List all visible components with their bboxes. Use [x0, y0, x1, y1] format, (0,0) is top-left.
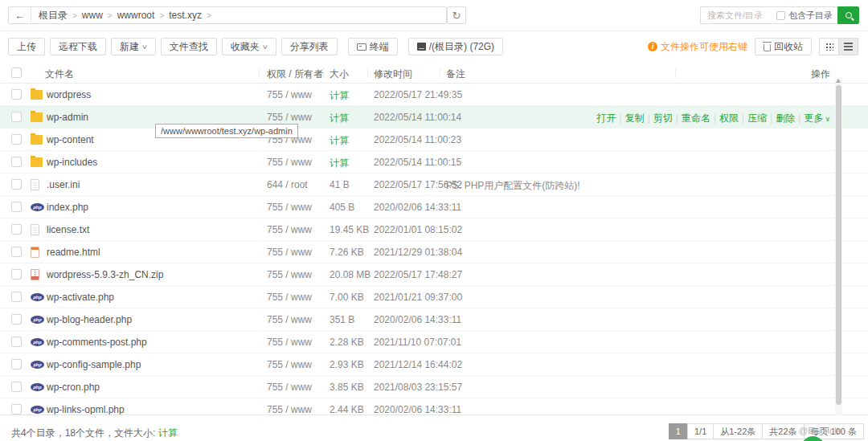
header-size[interactable]: 大小 [330, 67, 349, 81]
table-row[interactable]: wordpress755 / www计算2022/05/17 21:49:35 [0, 84, 868, 106]
file-size: 7.00 KB [330, 292, 364, 303]
row-checkbox[interactable] [11, 202, 22, 212]
list-view-button[interactable] [838, 38, 858, 55]
calc-size-link[interactable]: 计算 [158, 427, 178, 439]
row-checkbox[interactable] [11, 382, 22, 392]
action-rename[interactable]: 重命名 [682, 112, 710, 124]
page-number-active[interactable]: 1 [669, 423, 688, 439]
include-subdir-option[interactable]: 包含子目录 [776, 10, 837, 22]
pagination-item[interactable]: 从1-22条 [713, 423, 763, 439]
action-cut[interactable]: 剪切 [653, 112, 673, 124]
row-checkbox[interactable] [11, 269, 22, 280]
toolbar-button-4[interactable]: 收藏夹∨ [222, 38, 276, 55]
table-row[interactable]: phpwp-activate.php755 / www7.00 KB2021/0… [0, 286, 868, 308]
row-checkbox[interactable] [11, 314, 22, 325]
modified-time: 2021/08/03 23:15:57 [374, 382, 462, 393]
toolbar-button-0[interactable]: 上传 [8, 38, 45, 55]
row-checkbox[interactable] [11, 404, 22, 414]
scrollbar[interactable] [835, 77, 842, 415]
action-separator: | [714, 112, 716, 124]
back-button[interactable]: ← [9, 7, 31, 23]
row-checkbox[interactable] [11, 134, 22, 145]
table-row[interactable]: readme.html755 / www7.26 KB2021/12/29 01… [0, 241, 868, 263]
table-row[interactable]: wp-content755 / www计算2022/05/14 11:00:23 [0, 129, 868, 151]
table-row[interactable]: phpindex.php755 / www405 B2020/02/06 14:… [0, 196, 868, 218]
table-row[interactable]: wp-includes755 / www计算2022/05/14 11:00:1… [0, 151, 868, 174]
row-checkbox[interactable] [11, 157, 22, 167]
file-name-link[interactable]: wp-admin [47, 112, 88, 123]
toolbar-button-1[interactable]: 远程下载 [50, 38, 106, 55]
toolbar-button-5[interactable]: 分享列表 [281, 38, 338, 55]
row-checkbox[interactable] [11, 359, 22, 370]
table-row[interactable]: wordpress-5.9.3-zh_CN.zip755 / www20.08 … [0, 263, 868, 286]
recycle-bin-button[interactable]: 回收站 [755, 38, 812, 55]
refresh-button[interactable]: ↻ [447, 6, 466, 24]
file-size: 3.85 KB [330, 382, 364, 393]
row-checkbox[interactable] [11, 292, 22, 302]
include-subdir-checkbox[interactable] [776, 11, 785, 20]
row-checkbox[interactable] [11, 337, 22, 347]
table-row[interactable]: phpwp-links-opml.php755 / www2.44 KB2020… [0, 398, 868, 415]
header-permission[interactable]: 权限 / 所有者 [267, 67, 323, 81]
search-input[interactable] [701, 8, 776, 22]
file-name-link[interactable]: .user.ini [47, 179, 80, 190]
calc-size-link[interactable]: 计算 [330, 112, 349, 125]
modified-time: 2020/02/06 14:33:11 [374, 314, 461, 325]
table-row[interactable]: license.txt755 / www19.45 KB2022/01/01 0… [0, 218, 868, 241]
row-actions: 打开|复制|剪切|重命名|权限|压缩|删除|更多∨ [597, 112, 830, 125]
breadcrumb-item[interactable]: 根目录 [39, 9, 68, 22]
breadcrumb-item[interactable]: www [82, 10, 103, 21]
action-compress[interactable]: 压缩 [747, 112, 767, 124]
file-name-link[interactable]: wp-comments-post.php [47, 337, 147, 348]
row-checkbox[interactable] [11, 179, 22, 190]
table-row[interactable]: wp-admin755 / www计算2022/05/14 11:00:14打开… [0, 106, 868, 129]
toolbar-button-3[interactable]: 文件查找 [161, 38, 217, 55]
table-row[interactable]: phpwp-blog-header.php755 / www351 B2020/… [0, 308, 868, 331]
file-name-link[interactable]: wp-blog-header.php [47, 314, 132, 325]
action-permission[interactable]: 权限 [719, 112, 739, 124]
file-name-link[interactable]: wp-config-sample.php [47, 359, 141, 370]
file-name-link[interactable]: index.php [47, 202, 88, 213]
pagination-item[interactable]: 1/1 [687, 423, 714, 439]
breadcrumb-item[interactable]: test.xyz [169, 10, 202, 21]
header-modified-time[interactable]: 修改时间 [374, 67, 412, 81]
table-row[interactable]: phpwp-config-sample.php755 / www2.93 KB2… [0, 353, 868, 376]
action-open[interactable]: 打开 [597, 112, 616, 124]
grid-view-button[interactable] [819, 38, 839, 55]
select-all-checkbox[interactable] [11, 67, 22, 78]
action-delete[interactable]: 删除 [776, 112, 795, 124]
toolbar-button-2[interactable]: 新建∨ [111, 38, 156, 55]
table-row[interactable]: .user.ini644 / root41 B2022/05/17 17:56:… [0, 174, 868, 196]
breadcrumb-item[interactable]: wwwroot [117, 10, 155, 21]
row-checkbox[interactable] [11, 112, 22, 122]
file-name-link[interactable]: wordpress-5.9.3-zh_CN.zip [47, 269, 163, 280]
calc-size-link[interactable]: 计算 [330, 89, 349, 103]
row-checkbox[interactable] [11, 224, 22, 235]
disk-root-button[interactable]: /(根目录) (72G) [408, 38, 503, 55]
row-checkbox[interactable] [11, 247, 22, 257]
file-name-link[interactable]: wp-includes [47, 157, 97, 168]
breadcrumb-separator: > [72, 11, 77, 20]
file-name-link[interactable]: wordpress [47, 89, 91, 100]
calc-size-link[interactable]: 计算 [330, 134, 349, 148]
header-filename[interactable]: 文件名 [45, 67, 74, 81]
action-more[interactable]: 更多 [804, 112, 823, 124]
file-name-link[interactable]: wp-cron.php [47, 382, 100, 393]
search-button[interactable] [837, 6, 859, 24]
pagination-item[interactable]: 共22条 [762, 423, 804, 439]
action-copy[interactable]: 复制 [625, 112, 645, 124]
header-note[interactable]: 备注 [446, 67, 465, 81]
row-checkbox[interactable] [11, 89, 22, 100]
file-name-link[interactable]: wp-content [47, 134, 94, 145]
chevron-down-icon: ∨ [825, 115, 830, 123]
file-name-link[interactable]: license.txt [47, 224, 89, 235]
calc-size-link[interactable]: 计算 [330, 157, 349, 170]
table-row[interactable]: phpwp-comments-post.php755 / www2.28 KB2… [0, 331, 868, 353]
scrollbar-thumb[interactable] [836, 85, 841, 405]
file-name-link[interactable]: wp-activate.php [47, 292, 114, 303]
scroll-up-icon[interactable] [836, 79, 841, 83]
terminal-button[interactable]: 终端 [348, 38, 398, 55]
file-name-link[interactable]: readme.html [47, 247, 100, 258]
table-row[interactable]: phpwp-cron.php755 / www3.85 KB2021/08/03… [0, 376, 868, 398]
file-name-link[interactable]: wp-links-opml.php [47, 404, 125, 415]
